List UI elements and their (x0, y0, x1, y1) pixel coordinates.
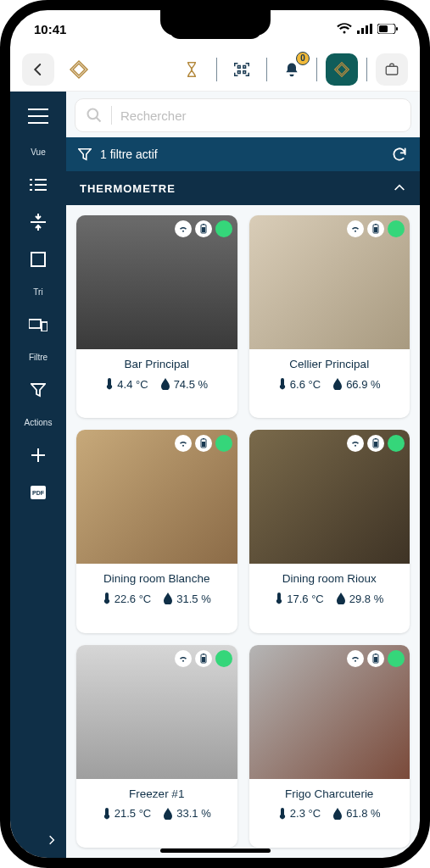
home-indicator (160, 849, 271, 853)
back-button[interactable] (22, 53, 54, 86)
search-input[interactable] (120, 108, 400, 123)
notifications-button[interactable]: 0 (276, 53, 308, 86)
svg-rect-3 (370, 24, 372, 34)
online-status-icon (388, 435, 405, 452)
search-icon (86, 107, 103, 124)
sidebar-item-actions[interactable]: Actions (10, 411, 66, 434)
thermometer-icon (278, 377, 287, 391)
device-card[interactable]: Freezer #1 21.5 °C 33.1 % (76, 645, 237, 848)
device-card[interactable]: Dining room Rioux 17.6 °C 29.8 % (249, 430, 410, 632)
separator (316, 58, 317, 81)
svg-rect-16 (202, 227, 205, 232)
device-card[interactable]: Bar Principal 4.4 °C 74.5 % (76, 215, 237, 418)
sidebar-item-tri[interactable]: Tri (10, 281, 66, 303)
wifi-status-icon (347, 650, 364, 667)
filter-icon (78, 147, 92, 161)
thermometer-icon (103, 592, 111, 605)
card-image (76, 430, 237, 564)
svg-rect-24 (375, 438, 377, 439)
svg-rect-5 (379, 25, 388, 32)
briefcase-button[interactable] (376, 53, 408, 86)
humidity-value: 66.9 % (346, 378, 380, 391)
humidity-icon (332, 808, 343, 820)
main-content: 1 filtre actif THERMOMETRE (66, 92, 420, 858)
sidebar-item-compress[interactable] (10, 206, 66, 238)
separator (266, 58, 267, 81)
card-title: Frigo Charcuterie (256, 787, 404, 800)
temp-value: 22.6 °C (114, 593, 152, 605)
section-title: THERMOMETRE (80, 182, 176, 195)
svg-rect-28 (202, 657, 205, 662)
sidebar-item-square[interactable] (10, 243, 66, 275)
humidity-icon (160, 378, 170, 390)
temp-value: 17.6 °C (287, 593, 324, 605)
wifi-status-icon (347, 220, 364, 237)
list-icon (29, 175, 47, 194)
sidebar-item-devices[interactable] (10, 309, 66, 341)
pdf-icon: PDF (29, 483, 47, 502)
app-bar: 0 (10, 47, 420, 92)
humidity-value: 33.1 % (176, 807, 210, 820)
humidity-icon (332, 378, 343, 390)
filter-icon (29, 381, 47, 399)
wifi-status-icon (347, 435, 364, 452)
humidity-icon (163, 593, 173, 604)
section-header-thermometre[interactable]: THERMOMETRE (66, 171, 420, 205)
dynamic-island (169, 17, 262, 39)
separator (111, 106, 112, 125)
battery-status-icon (367, 220, 384, 237)
online-status-icon (388, 650, 405, 667)
sidebar-item-list[interactable] (10, 169, 66, 201)
svg-rect-18 (375, 224, 377, 225)
brand-button[interactable] (326, 53, 358, 86)
svg-rect-6 (396, 27, 398, 31)
separator (366, 58, 367, 81)
temp-value: 4.4 °C (117, 378, 148, 391)
sidebar-item-label: Tri (33, 287, 42, 297)
battery-icon (377, 24, 398, 34)
logo-icon (63, 53, 95, 86)
device-card[interactable]: Cellier Principal 6.6 °C 66.9 % (249, 215, 410, 418)
temp-value: 2.3 °C (290, 807, 321, 820)
qr-scan-button[interactable] (226, 53, 258, 86)
sidebar-item-vue[interactable]: Vue (10, 141, 66, 164)
svg-rect-21 (203, 438, 204, 439)
svg-rect-27 (203, 654, 204, 654)
svg-point-13 (88, 109, 98, 120)
refresh-button[interactable] (391, 146, 408, 163)
svg-rect-8 (31, 253, 45, 266)
status-time: 10:41 (34, 22, 66, 36)
svg-rect-1 (361, 28, 364, 34)
svg-rect-31 (374, 657, 377, 662)
online-status-icon (215, 435, 232, 452)
sidebar: Vue Tri (10, 92, 66, 858)
expand-sidebar-button[interactable] (46, 834, 58, 846)
wifi-status-icon (175, 435, 192, 452)
card-image (249, 645, 410, 779)
compress-icon (29, 213, 47, 231)
svg-rect-9 (29, 320, 41, 328)
sidebar-item-pdf[interactable]: PDF (10, 476, 66, 509)
svg-rect-30 (375, 654, 377, 654)
humidity-value: 31.5 % (176, 593, 210, 605)
temp-value: 6.6 °C (290, 378, 321, 391)
hourglass-icon[interactable] (176, 53, 208, 86)
menu-button[interactable] (28, 108, 48, 124)
chevron-up-icon (393, 181, 406, 195)
search-bar[interactable] (75, 98, 411, 132)
svg-rect-0 (357, 31, 360, 34)
battery-status-icon (195, 220, 212, 237)
sidebar-item-filter[interactable] (10, 374, 66, 406)
sidebar-item-add[interactable] (10, 439, 66, 471)
svg-text:PDF: PDF (32, 490, 45, 496)
device-card[interactable]: Dining room Blanche 22.6 °C 31.5 % (76, 430, 237, 632)
card-title: Bar Principal (83, 358, 231, 370)
humidity-value: 61.8 % (346, 807, 380, 820)
svg-rect-7 (386, 66, 398, 75)
square-icon (29, 250, 47, 269)
card-image (249, 215, 410, 349)
thermometer-icon (105, 377, 114, 391)
thermometer-icon (275, 592, 283, 605)
device-card[interactable]: Frigo Charcuterie 2.3 °C 61.8 % (249, 645, 410, 848)
sidebar-item-filtre[interactable]: Filtre (10, 346, 66, 369)
